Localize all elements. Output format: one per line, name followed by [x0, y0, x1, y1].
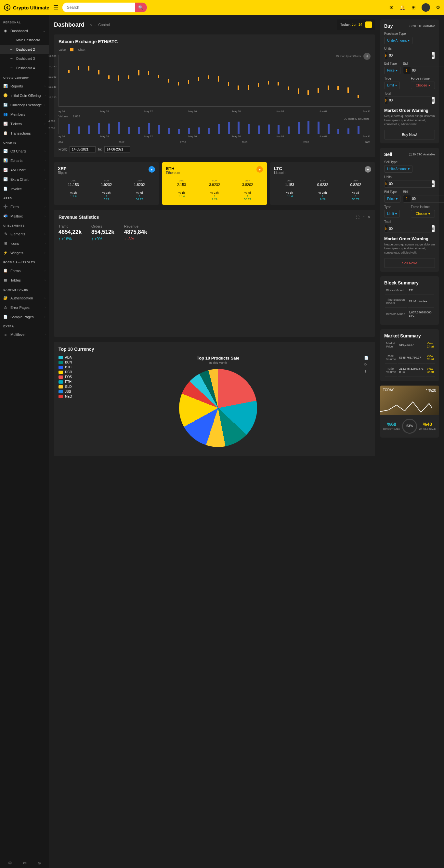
home-icon[interactable]: ⌂ [90, 23, 92, 27]
sell-bid-input[interactable] [411, 195, 444, 202]
sidebar-item-forms[interactable]: 📋Forms› [0, 266, 49, 275]
buy-warning-title: Market Order Warning [384, 108, 435, 113]
settings-icon[interactable]: ⚙ [8, 861, 12, 865]
coin-card-ltc[interactable]: LTCLitecoin●USD1.153EUR0.9232GBP0.8202% … [270, 162, 375, 205]
volume-label: Volume [59, 115, 68, 118]
menu-toggle-icon[interactable]: ☰ [53, 4, 59, 11]
coin-card-xrp[interactable]: XRPRipple●USD11.153EUR1.9232GBP1.8202% 1… [54, 162, 159, 205]
chevron-right-icon: › [44, 113, 45, 116]
total-input[interactable] [387, 97, 432, 104]
sidebar-item-currency-exchange[interactable]: 🔄Currency Exchange› [0, 100, 49, 110]
mail-icon[interactable]: ✉ [23, 861, 27, 865]
legend-item[interactable]: DCR [59, 370, 72, 374]
sidebar-sub-d2[interactable]: →Dashboard 2 [0, 45, 49, 54]
sidebar-item-icons[interactable]: ⊞Icons› [0, 239, 49, 248]
gear-icon[interactable]: ⚙ [436, 5, 440, 10]
collapse-icon[interactable]: ⌃ [362, 215, 365, 219]
sidebar-item-extra[interactable]: ➕Extra› [0, 202, 49, 211]
grid-icon[interactable]: ⊞ [412, 5, 416, 10]
sell-type-select[interactable]: Limit ▾ [384, 210, 400, 217]
buy-button[interactable]: Buy Now! [384, 130, 435, 140]
input-stepper[interactable]: ⊟ [432, 180, 435, 187]
from-date-input[interactable] [69, 146, 96, 152]
sidebar-item-sample-pages[interactable]: 📄Sample Pages› [0, 312, 49, 321]
market-table: Market Price$19,234.37View ChartTrade Vo… [384, 338, 436, 377]
close-icon[interactable]: ✕ [368, 215, 371, 219]
bar-group [108, 248, 146, 332]
sidebar-item-echarts[interactable]: 📊Echarts› [0, 156, 49, 165]
sidebar-sub-d3[interactable]: ⋯Dashboard 3 [0, 54, 49, 63]
view-chart-link[interactable]: View Chart [427, 354, 434, 361]
sidebar-sub-d4[interactable]: ⋯Dashboard 4 [0, 63, 49, 73]
y-tick: 12,760 [49, 75, 56, 79]
legend-item[interactable]: ETH [59, 380, 72, 383]
search-input[interactable] [62, 3, 135, 12]
sell-total-input[interactable] [387, 225, 432, 232]
today-button[interactable] [366, 22, 372, 28]
sidebar-item-tables[interactable]: ▦Tables› [0, 275, 49, 285]
purchase-type-select[interactable]: Unite Amount ▾ [384, 37, 412, 44]
bidtype-select[interactable]: Price ▾ [384, 67, 401, 74]
legend-item[interactable]: ADA [59, 355, 72, 359]
expand-icon[interactable]: ⛶ [356, 215, 359, 219]
sidebar-item-invoice[interactable]: 📄Invoice› [0, 184, 49, 193]
sidebar-item-reports[interactable]: 📊Reports› [0, 81, 49, 91]
to-date-input[interactable] [104, 146, 130, 152]
sidebar-item-am-chart[interactable]: 📈AM Chart› [0, 165, 49, 175]
logout-icon[interactable]: ⎋ [38, 861, 41, 865]
legend-item[interactable]: JBS [59, 390, 72, 393]
sell-force-select[interactable]: Choose ▾ [411, 210, 435, 217]
legend-item[interactable]: BTC [59, 365, 72, 369]
sidebar-item-authentication[interactable]: 🔐Authentication› [0, 293, 49, 303]
legend-item[interactable]: NEO [59, 395, 72, 398]
today-date: Jun 14 [352, 23, 362, 26]
legend-item[interactable]: GLD [59, 385, 72, 389]
input-stepper[interactable]: ⊟ [432, 97, 435, 104]
sidebar-item-label: Authentication [10, 296, 33, 300]
nav-icon: ≡ [3, 333, 8, 337]
sell-units-input[interactable] [387, 180, 432, 187]
refresh-icon[interactable]: ⟳ [364, 363, 371, 367]
x-tick: Jun 03 [276, 135, 284, 138]
view-chart-link[interactable]: View Chart [427, 367, 434, 374]
sidebar-item-members[interactable]: 👥Members› [0, 110, 49, 119]
sidebar-item-initial-coin-offering[interactable]: 🪙Initial Coin Offering› [0, 91, 49, 100]
selltype-select[interactable]: Unite Amount ▾ [384, 165, 412, 173]
volume-bar [338, 129, 339, 134]
sidebar-item-c3-charts[interactable]: 📉C3 Charts› [0, 146, 49, 156]
avatar[interactable] [421, 3, 430, 12]
coin-card-eth[interactable]: ETHEthereum●USD2.153EUR3.9232GBP3.8202% … [162, 162, 267, 205]
mail-icon[interactable]: ✉ [389, 5, 393, 10]
sidebar-item-dashboard[interactable]: ◉Dashboard⌄ [0, 26, 49, 35]
sidebar-item-multilevel[interactable]: ≡Multilevel› [0, 330, 49, 339]
legend-item[interactable]: BCN [59, 361, 72, 364]
sidebar-item-transactions[interactable]: 📋Transactions› [0, 128, 49, 138]
view-chart-link[interactable]: View Chart [427, 342, 434, 348]
input-stepper[interactable]: ⊟ [432, 52, 435, 59]
volume-bar [208, 128, 210, 134]
btc-icon: ₿ [384, 225, 387, 232]
sell-bidtype-select[interactable]: Price ▾ [384, 195, 401, 203]
legend-label: DCR [65, 370, 72, 374]
type-select[interactable]: Limit ▾ [384, 82, 400, 89]
sidebar-item-error-pages[interactable]: ⚠Error Pages› [0, 303, 49, 312]
download-icon[interactable]: ⬇ [364, 369, 371, 374]
download-icon[interactable]: ⬇ [363, 53, 371, 60]
search-button[interactable]: 🔍 [135, 3, 147, 12]
force-select[interactable]: Choose ▾ [411, 82, 435, 89]
logo[interactable]: ₵ Crypto Ultimate [4, 4, 50, 11]
sidebar-item-tickers[interactable]: 📈Tickers› [0, 119, 49, 128]
bell-icon[interactable]: 🔔 [400, 5, 406, 10]
x-tick: May 30 [232, 110, 241, 113]
sidebar-item-elements[interactable]: ✎Elements› [0, 229, 49, 239]
units-input[interactable] [387, 52, 432, 59]
legend-item[interactable]: EOS [59, 375, 72, 379]
bid-input[interactable] [411, 67, 444, 74]
sidebar-item-widgets[interactable]: ⚡Widgets› [0, 248, 49, 257]
sidebar-item-mailbox[interactable]: 📬Mailbox› [0, 211, 49, 221]
doc-icon[interactable]: 📄 [364, 355, 371, 360]
sell-button[interactable]: Sell Now! [384, 258, 435, 268]
sidebar-sub-main[interactable]: ⋯Main Dashboard [0, 35, 49, 45]
input-stepper[interactable]: ⊟ [432, 225, 435, 232]
sidebar-item-extra-chart[interactable]: 📉Extra Chart› [0, 175, 49, 184]
